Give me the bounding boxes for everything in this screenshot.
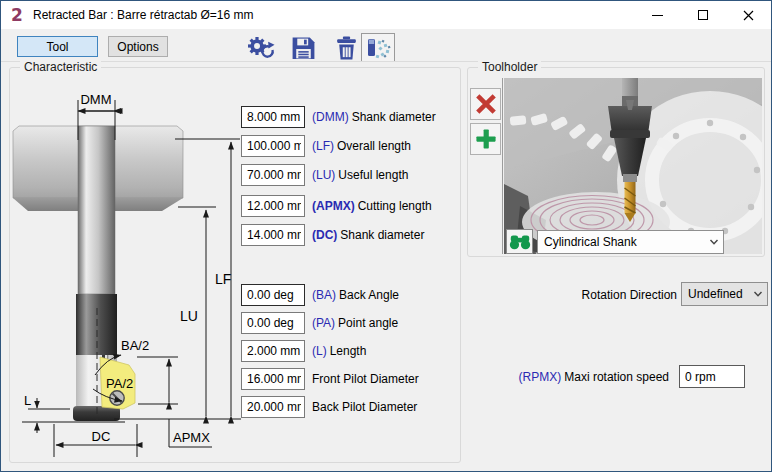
- back-pilot-input[interactable]: [241, 396, 305, 418]
- ba-input[interactable]: [241, 284, 305, 306]
- tool-tab[interactable]: Tool: [17, 36, 98, 57]
- tool-editor-window: 2 Retracted Bar : Barre rétractab Ø=16 m…: [0, 0, 772, 472]
- lf-label: (LF)Overall length: [312, 135, 411, 157]
- toolholder-preview-image: [504, 78, 762, 254]
- toolbar-divider: [1, 61, 771, 62]
- lf-input[interactable]: [241, 135, 305, 157]
- maximize-icon: [698, 10, 708, 20]
- svg-text:PA/2: PA/2: [106, 376, 133, 391]
- window-title: Retracted Bar : Barre rétractab Ø=16 mm: [33, 8, 253, 22]
- pa-input[interactable]: [241, 312, 305, 334]
- ba-label: (BA)Back Angle: [312, 284, 399, 306]
- close-icon: [743, 10, 754, 21]
- svg-text:DC: DC: [92, 429, 111, 444]
- dc-label: (DC)Shank diameter: [312, 224, 424, 246]
- search-toolholder-button[interactable]: [506, 229, 533, 254]
- minimize-icon: [652, 15, 663, 16]
- l-label: (L)Length: [312, 340, 366, 362]
- binoculars-icon: [508, 232, 532, 251]
- maximize-button[interactable]: [680, 1, 725, 29]
- delete-button[interactable]: [331, 34, 361, 62]
- green-plus-icon: [474, 127, 498, 151]
- save-button[interactable]: [288, 34, 318, 62]
- rotation-direction-label: Rotation Direction: [557, 288, 677, 302]
- minimize-button[interactable]: [635, 1, 680, 29]
- shank-type-dropdown[interactable]: Cylindrical Shank: [537, 230, 724, 254]
- trash-icon: [333, 35, 360, 62]
- rpmx-label: (RPMX)Maxi rotation speed: [481, 370, 669, 384]
- red-x-icon: [475, 93, 497, 115]
- options-tab-label: Options: [117, 40, 158, 54]
- tool-chips-icon: [364, 36, 392, 60]
- svg-text:L: L: [24, 393, 31, 408]
- svg-text:BA/2: BA/2: [121, 338, 149, 353]
- shank-type-value: Cylindrical Shank: [538, 235, 705, 249]
- tool-tab-label: Tool: [46, 40, 68, 54]
- titlebar: 2 Retracted Bar : Barre rétractab Ø=16 m…: [1, 1, 771, 29]
- pa-label: (PA)Point angle: [312, 312, 398, 334]
- simulation-button[interactable]: [361, 33, 395, 62]
- chevron-down-icon: [705, 236, 723, 248]
- remove-toolholder-button[interactable]: [470, 88, 501, 120]
- close-button[interactable]: [725, 1, 772, 29]
- svg-text:LU: LU: [180, 308, 198, 324]
- chevron-down-icon: [749, 288, 767, 300]
- lu-label: (LU)Useful length: [312, 164, 408, 186]
- front-pilot-label: Front Pilot Diameter: [312, 368, 419, 390]
- lu-input[interactable]: [241, 164, 305, 186]
- apmx-input[interactable]: [241, 195, 305, 217]
- back-pilot-label: Back Pilot Diameter: [312, 396, 417, 418]
- apply-button[interactable]: [244, 34, 278, 62]
- rpmx-input[interactable]: [679, 365, 745, 388]
- svg-text:DMM: DMM: [80, 92, 111, 107]
- save-icon: [290, 35, 317, 62]
- l-input[interactable]: [241, 340, 305, 362]
- apmx-label: (APMX)Cutting length: [312, 195, 432, 217]
- front-pilot-input[interactable]: [241, 368, 305, 390]
- gear-refresh-icon: [245, 35, 277, 62]
- app-logo: 2: [11, 5, 22, 25]
- toolholder-group-label: Toolholder: [478, 60, 541, 74]
- dc-input[interactable]: [241, 224, 305, 246]
- rotation-direction-value: Undefined: [682, 287, 749, 301]
- svg-text:LF: LF: [215, 271, 231, 287]
- toolholder-divider: [502, 78, 503, 254]
- characteristic-group-label: Characteristic: [20, 60, 101, 74]
- svg-text:APMX: APMX: [173, 430, 210, 445]
- add-toolholder-button[interactable]: [470, 123, 501, 155]
- dmm-input[interactable]: [241, 106, 305, 128]
- rotation-direction-dropdown[interactable]: Undefined: [681, 282, 768, 306]
- dmm-label: (DMM)Shank diameter: [312, 106, 436, 128]
- options-tab[interactable]: Options: [108, 36, 168, 57]
